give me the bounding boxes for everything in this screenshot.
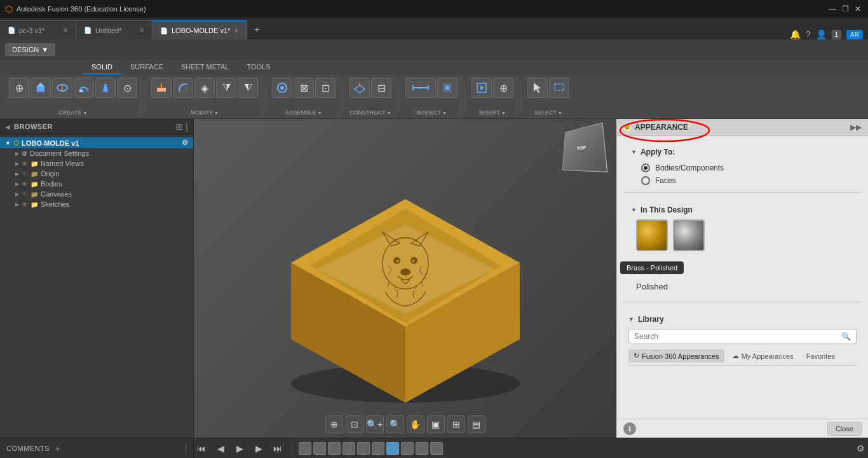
browser-item-bodies[interactable]: ▶ 👁 📁 Bodies — [0, 179, 193, 189]
select-options-tool[interactable] — [549, 78, 569, 98]
radio-faces[interactable]: Faces — [641, 174, 854, 187]
my-appearances-tab[interactable]: ☁ My Appearances — [727, 349, 799, 363]
notification-icon[interactable]: 🔔 — [790, 29, 801, 39]
chamfer-tool[interactable]: ◈ — [194, 78, 215, 98]
timeline-item-6[interactable] — [372, 442, 384, 455]
close-button[interactable]: Close — [827, 422, 862, 436]
browser-item-origin[interactable]: ▶ 👁 📁 Origin — [0, 169, 193, 179]
settings-button[interactable]: ⚙ — [853, 441, 868, 456]
browser-item-canvases[interactable]: ▶ 👁 📁 Canvases — [0, 189, 193, 199]
tab-close-pc3[interactable]: ✕ — [63, 27, 68, 34]
create-label: CREATE ▼ — [59, 109, 88, 116]
apply-to-header[interactable]: ▼ Apply To: — [631, 148, 854, 156]
inspect-tool[interactable] — [437, 78, 458, 98]
sweep-tool[interactable] — [74, 78, 94, 98]
radio-faces-unselected[interactable] — [641, 176, 650, 185]
browser-collapse-icon[interactable]: | — [186, 121, 188, 132]
radio-bodies-components[interactable]: Bodies/Components — [641, 162, 854, 174]
orbit-nav-button[interactable]: ⊕ — [325, 415, 343, 433]
timeline-item-1[interactable] — [299, 442, 311, 455]
tab-close-untitled[interactable]: ✕ — [139, 27, 144, 34]
rigid-group-tool[interactable]: ⊡ — [315, 78, 336, 98]
user-icon[interactable]: 👤 — [816, 29, 827, 39]
section-solid[interactable]: SOLID — [83, 60, 121, 74]
timeline-item-2[interactable] — [313, 442, 326, 455]
appearance-forward-icon[interactable]: ▶▶ — [850, 123, 862, 132]
zoom-window-button[interactable]: 🔍 — [386, 415, 404, 433]
fusion360-appearances-tab[interactable]: ↻ Fusion 360 Appearances — [628, 349, 724, 363]
timeline-item-7[interactable] — [386, 442, 399, 455]
browser-item-root[interactable]: ▼ ⬡ LOBO-MOLDE v1 ⚙ — [0, 137, 193, 148]
extrude-tool[interactable] — [31, 78, 51, 98]
favorites-tab[interactable]: Favorites — [801, 350, 840, 363]
insert-mesh-tool[interactable]: ⊕ — [493, 78, 513, 98]
timeline-item-9[interactable] — [416, 442, 428, 455]
offset-plane-tool[interactable] — [349, 78, 370, 98]
press-pull-tool[interactable] — [151, 78, 172, 98]
steel-material-thumb[interactable] — [673, 219, 705, 251]
zoom-fit-button[interactable]: ⊡ — [346, 415, 363, 433]
revolve-tool[interactable] — [52, 78, 72, 98]
timeline-item-3[interactable] — [328, 442, 341, 455]
rib-tool[interactable]: ⊙ — [117, 78, 137, 98]
restore-button[interactable]: ❐ — [840, 4, 850, 14]
timeline-item-4[interactable] — [342, 442, 355, 455]
pan-button[interactable]: ✋ — [407, 415, 424, 433]
radio-bodies-selected[interactable] — [641, 163, 650, 172]
settings-icon[interactable]: ⚙ — [182, 139, 188, 147]
tab-untitled[interactable]: 📄 Untitled* ✕ — [76, 20, 153, 39]
browser-item-sketches[interactable]: ▶ 👁 📁 Sketches — [0, 199, 193, 209]
grid-button[interactable]: ⊞ — [447, 415, 465, 433]
zoom-in-button[interactable]: 🔍+ — [366, 415, 384, 433]
loft-tool[interactable] — [95, 78, 116, 98]
info-button[interactable]: ℹ — [623, 422, 636, 435]
next-button[interactable]: ▶ — [251, 441, 266, 456]
browser-expand-icon[interactable]: ⊞ — [175, 121, 183, 132]
prev-frame-button[interactable]: ⏮ — [194, 441, 209, 456]
brass-material-thumb[interactable] — [636, 219, 668, 251]
library-header[interactable]: ▼ Library — [628, 315, 857, 324]
measure-tool[interactable] — [405, 78, 436, 98]
browser-back-icon[interactable]: ◀ — [5, 123, 10, 130]
minimize-button[interactable]: — — [827, 4, 837, 14]
prev-button[interactable]: ◀ — [213, 441, 228, 456]
titlebar-controls[interactable]: — ❐ ✕ — [827, 4, 863, 14]
close-button[interactable]: ✕ — [853, 4, 863, 14]
viewcube-face[interactable]: TOP — [562, 122, 608, 172]
tab-lobo[interactable]: 📄 LOBO-MOLDE v1* ✕ — [153, 20, 247, 39]
help-icon[interactable]: ? — [806, 29, 811, 39]
next-frame-button[interactable]: ⏭ — [270, 441, 285, 456]
library-label: Library — [638, 315, 664, 324]
comments-expand-btn[interactable]: + — [55, 443, 60, 454]
midplane-tool[interactable]: ⊟ — [371, 78, 391, 98]
joint-tool[interactable] — [272, 78, 292, 98]
canvas-area[interactable]: TOP ⊕ ⊡ 🔍+ 🔍 ✋ ▣ ⊞ ▤ — [194, 119, 616, 438]
in-this-design-header[interactable]: ▼ In This Design — [631, 205, 854, 214]
folder-icon-origin: 📁 — [31, 170, 38, 177]
tab-close-lobo[interactable]: ✕ — [234, 27, 239, 34]
shell-tool[interactable]: ⧩ — [216, 78, 236, 98]
viewcube[interactable]: TOP — [559, 125, 610, 176]
library-search-input[interactable] — [634, 332, 837, 341]
draft-tool[interactable]: ⧨ — [238, 78, 258, 98]
timeline-item-5[interactable] — [357, 442, 370, 455]
timeline-item-8[interactable] — [401, 442, 414, 455]
browser-item-named-views[interactable]: ▶ 👁 📁 Named Views — [0, 158, 193, 169]
new-component-tool[interactable]: ⊕ — [9, 78, 29, 98]
browser-item-doc-settings[interactable]: ▶ ⚙ Document Settings — [0, 148, 193, 158]
section-surface[interactable]: SURFACE — [121, 60, 172, 74]
play-button[interactable]: ▶ — [232, 441, 247, 456]
tab-pc3[interactable]: 📄 pc-3 v1* ✕ — [0, 20, 76, 39]
section-sheet-metal[interactable]: SHEET METAL — [172, 60, 238, 74]
main-area: ◀ BROWSER ⊞ | ▼ ⬡ LOBO-MOLDE v1 ⚙ ▶ ⚙ Do… — [0, 119, 868, 438]
as-built-joint-tool[interactable]: ⊠ — [294, 78, 314, 98]
design-mode-button[interactable]: DESIGN ▼ — [5, 43, 55, 56]
section-tools[interactable]: TOOLS — [238, 60, 279, 74]
visual-style-button[interactable]: ▤ — [468, 415, 485, 433]
insert-canvas-tool[interactable] — [471, 78, 492, 98]
display-mode-button[interactable]: ▣ — [427, 415, 445, 433]
fillet-tool[interactable] — [173, 78, 193, 98]
timeline-item-10[interactable] — [430, 442, 443, 455]
new-tab-button[interactable]: + — [247, 20, 266, 39]
select-tool[interactable] — [527, 78, 548, 98]
